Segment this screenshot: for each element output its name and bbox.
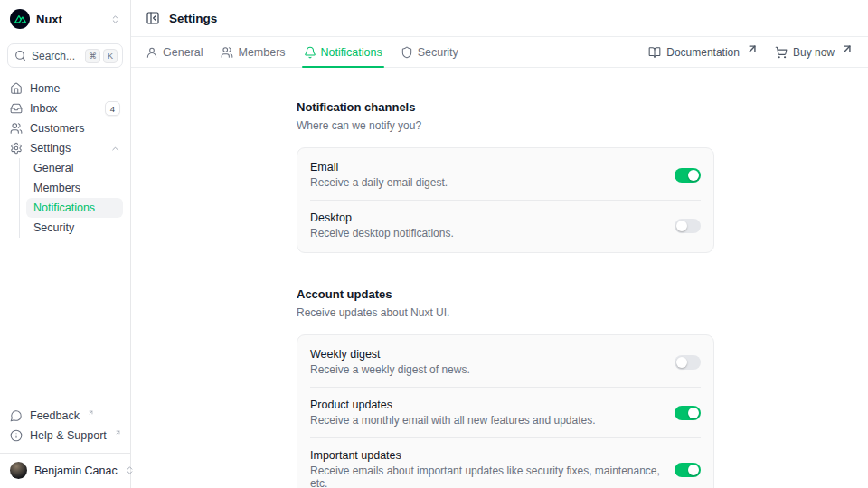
section-title: Notification channels <box>297 100 714 114</box>
help-support-label: Help & Support <box>30 429 107 442</box>
search-input[interactable]: Search... ⌘ K <box>7 43 123 68</box>
tab-members[interactable]: Members <box>221 37 285 67</box>
workspace-switcher[interactable]: Nuxt <box>7 7 123 31</box>
sidebar-item-notifications[interactable]: Notifications <box>26 198 123 218</box>
app-window: Nuxt Search... ⌘ K Home <box>0 0 868 488</box>
users-icon <box>10 122 23 135</box>
sidebar-item-inbox[interactable]: Inbox 4 <box>7 99 123 118</box>
sidebar-item-settings[interactable]: Settings <box>7 138 123 158</box>
user-name: Benjamin Canac <box>34 465 118 477</box>
section-title: Account updates <box>297 287 714 301</box>
settings-card: Weekly digest Receive a weekly digest of… <box>297 334 714 488</box>
feedback-label: Feedback <box>30 409 80 422</box>
setting-text: Important updates Receive emails about i… <box>310 449 662 488</box>
help-support-link[interactable]: Help & Support <box>7 426 123 446</box>
user-icon <box>146 46 158 59</box>
tab-label: Members <box>238 46 285 59</box>
info-circle-icon <box>10 429 23 442</box>
buy-now-link[interactable]: Buy now <box>775 46 854 59</box>
settings-subnav: General Members Notifications Security <box>19 158 123 238</box>
setting-row-product-updates: Product updates Receive a monthly email … <box>297 388 713 437</box>
setting-label: Important updates <box>310 449 662 462</box>
documentation-label: Documentation <box>666 46 740 59</box>
section-subtitle: Where can we notify you? <box>297 119 714 132</box>
email-toggle[interactable] <box>675 168 701 183</box>
sidebar-item-label: Settings <box>30 142 103 155</box>
setting-label: Desktop <box>310 211 662 224</box>
setting-row-email: Email Receive a daily email digest. <box>297 150 713 200</box>
tab-security[interactable]: Security <box>401 37 458 67</box>
external-link-icon <box>88 409 94 416</box>
setting-row-weekly-digest: Weekly digest Receive a weekly digest of… <box>297 337 713 387</box>
tab-general[interactable]: General <box>146 37 203 67</box>
toggle-knob <box>676 357 687 368</box>
setting-description: Receive emails about important updates l… <box>310 465 662 488</box>
shopping-cart-icon <box>775 46 788 59</box>
sidebar-item-home[interactable]: Home <box>7 79 123 99</box>
message-circle-icon <box>10 409 23 422</box>
book-open-icon <box>648 46 661 59</box>
setting-label: Email <box>310 161 662 174</box>
setting-row-important-updates: Important updates Receive emails about i… <box>297 438 713 488</box>
tab-notifications[interactable]: Notifications <box>304 37 382 67</box>
setting-text: Product updates Receive a monthly email … <box>310 399 662 427</box>
avatar <box>10 462 27 479</box>
sidebar-item-security[interactable]: Security <box>26 218 123 238</box>
sidebar-item-general[interactable]: General <box>26 158 123 178</box>
workspace-name: Nuxt <box>36 13 104 26</box>
search-icon <box>14 50 26 61</box>
section-subtitle: Receive updates about Nuxt UI. <box>297 306 714 319</box>
documentation-link[interactable]: Documentation <box>648 46 759 59</box>
toggle-knob <box>688 408 699 418</box>
collapse-sidebar-button[interactable] <box>146 11 160 25</box>
users-icon <box>221 46 233 59</box>
setting-text: Weekly digest Receive a weekly digest of… <box>310 348 662 376</box>
sidebar-item-members[interactable]: Members <box>26 178 123 198</box>
setting-description: Receive a weekly digest of news. <box>310 363 662 376</box>
chevron-up-icon <box>110 144 120 154</box>
page-title: Settings <box>169 12 217 25</box>
tabs: General Members Notifications Security <box>146 37 458 67</box>
setting-description: Receive a daily email digest. <box>310 176 662 189</box>
external-link-icon <box>841 42 854 55</box>
setting-label: Product updates <box>310 399 662 411</box>
toggle-knob <box>688 170 699 181</box>
home-icon <box>10 82 23 95</box>
gear-icon <box>10 142 23 155</box>
tab-label: General <box>163 46 203 59</box>
section-notification-channels: Notification channels Where can we notif… <box>297 100 714 253</box>
setting-text: Email Receive a daily email digest. <box>310 161 662 189</box>
sidebar-spacer <box>7 238 123 406</box>
tab-bar: General Members Notifications Security <box>131 37 868 68</box>
main-panel: Settings General Members Notifications <box>131 0 868 488</box>
search-kbd-shortcuts: ⌘ K <box>85 49 118 63</box>
user-menu[interactable]: Benjamin Canac <box>7 454 123 481</box>
sidebar-item-customers[interactable]: Customers <box>7 118 123 138</box>
toggle-knob <box>688 465 699 475</box>
setting-label: Weekly digest <box>310 348 662 361</box>
page-header: Settings <box>131 0 868 37</box>
section-account-updates: Account updates Receive updates about Nu… <box>297 287 714 488</box>
desktop-toggle[interactable] <box>675 219 701 233</box>
settings-card: Email Receive a daily email digest. Desk… <box>297 147 714 253</box>
setting-description: Receive a monthly email with all new fea… <box>310 414 662 427</box>
feedback-link[interactable]: Feedback <box>7 406 123 426</box>
important-updates-toggle[interactable] <box>675 463 701 477</box>
setting-text: Desktop Receive desktop notifications. <box>310 211 662 239</box>
shield-icon <box>401 46 413 59</box>
external-link-icon <box>115 429 121 436</box>
settings-content: Notification channels Where can we notif… <box>131 68 868 488</box>
product-updates-toggle[interactable] <box>675 406 701 420</box>
buy-now-label: Buy now <box>793 46 835 59</box>
toggle-knob <box>676 221 687 231</box>
kbd-cmd: ⌘ <box>85 49 100 63</box>
chevron-up-down-icon <box>110 14 120 24</box>
sidebar: Nuxt Search... ⌘ K Home <box>0 0 131 488</box>
sidebar-item-label: Customers <box>30 122 120 135</box>
setting-description: Receive desktop notifications. <box>310 227 662 239</box>
inbox-icon <box>10 102 23 115</box>
external-link-icon <box>746 42 759 55</box>
weekly-digest-toggle[interactable] <box>675 355 701 370</box>
bell-icon <box>304 46 316 59</box>
tab-label: Notifications <box>321 46 382 59</box>
